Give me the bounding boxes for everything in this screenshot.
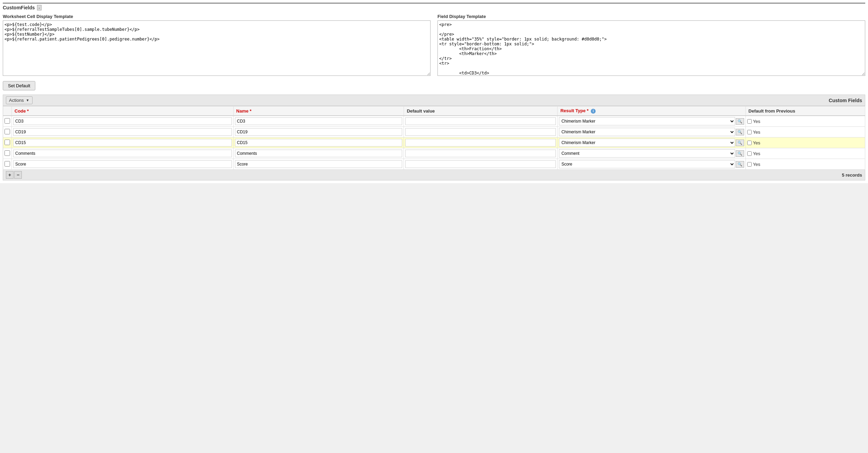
result-type-select[interactable]: Chimerism MarkerCommentScore: [559, 128, 735, 136]
col-header-default-from-previous: Default from Previous: [745, 106, 865, 116]
yes-label: Yes: [753, 162, 760, 167]
default-from-previous-wrapper: Yes: [747, 151, 864, 156]
result-type-cell: Chimerism MarkerCommentScore🔍: [558, 148, 745, 159]
table-row: Chimerism MarkerCommentScore🔍Yes: [3, 148, 865, 159]
default-value-input[interactable]: [405, 139, 556, 146]
default-value-cell: [404, 116, 558, 127]
table-header: Code * Name * Default value Result Type …: [3, 106, 865, 116]
row-select-checkbox[interactable]: [4, 118, 10, 124]
result-type-select-wrapper: Chimerism MarkerCommentScore🔍: [559, 160, 744, 168]
result-type-cell: Chimerism MarkerCommentScore🔍: [558, 159, 745, 170]
default-from-previous-checkbox[interactable]: [747, 130, 752, 134]
row-select-checkbox[interactable]: [4, 150, 10, 156]
result-type-cell: Chimerism MarkerCommentScore🔍: [558, 137, 745, 148]
name-input[interactable]: [235, 150, 403, 157]
worksheet-template-label: Worksheet Cell Display Template: [3, 14, 431, 19]
table-row: Chimerism MarkerCommentScore🔍Yes: [3, 127, 865, 137]
code-input[interactable]: [13, 160, 232, 168]
section-title: CustomFields: [3, 5, 35, 10]
yes-label: Yes: [753, 119, 760, 124]
name-cell: [233, 137, 404, 148]
worksheet-template-textarea[interactable]: <p>${test.code}</p> <p>${referralTestSam…: [3, 20, 431, 76]
code-cell: [12, 127, 234, 137]
row-checkbox-cell: [3, 159, 12, 170]
field-template-label: Field Display Template: [437, 14, 865, 19]
default-value-input[interactable]: [405, 160, 556, 168]
yes-label: Yes: [753, 130, 760, 135]
name-input[interactable]: [235, 117, 403, 125]
result-type-select[interactable]: Chimerism MarkerCommentScore: [559, 139, 735, 147]
default-value-input[interactable]: [405, 150, 556, 157]
result-type-search-button[interactable]: 🔍: [736, 150, 744, 157]
set-default-button[interactable]: Set Default: [3, 81, 35, 90]
default-from-previous-checkbox[interactable]: [747, 162, 752, 167]
name-input[interactable]: [235, 128, 403, 136]
col-header-result-type: Result Type * i: [558, 106, 745, 116]
result-type-select[interactable]: Chimerism MarkerCommentScore: [559, 149, 735, 158]
name-input[interactable]: [235, 160, 403, 168]
yes-label: Yes: [753, 140, 760, 145]
custom-fields-label: Custom Fields: [829, 98, 862, 103]
result-type-select[interactable]: Chimerism MarkerCommentScore: [559, 160, 735, 168]
result-type-info-icon[interactable]: i: [591, 109, 596, 114]
result-type-select-wrapper: Chimerism MarkerCommentScore🔍: [559, 117, 744, 125]
default-value-cell: [404, 159, 558, 170]
result-type-cell: Chimerism MarkerCommentScore🔍: [558, 116, 745, 127]
name-input[interactable]: [235, 139, 403, 146]
row-checkbox-cell: [3, 137, 12, 148]
table-body: Chimerism MarkerCommentScore🔍YesChimeris…: [3, 116, 865, 170]
code-input[interactable]: [13, 128, 232, 136]
footer-bar: + − 5 records: [3, 170, 865, 180]
actions-label: Actions: [9, 98, 24, 103]
table-row: Chimerism MarkerCommentScore🔍Yes: [3, 137, 865, 148]
code-input[interactable]: [13, 139, 232, 146]
page-wrapper: CustomFields - Worksheet Cell Display Te…: [0, 0, 868, 183]
name-cell: [233, 148, 404, 159]
code-input[interactable]: [13, 117, 232, 125]
default-from-previous-wrapper: Yes: [747, 119, 864, 124]
section-header: CustomFields -: [3, 3, 865, 10]
result-type-select[interactable]: Chimerism MarkerCommentScore: [559, 117, 735, 125]
code-input[interactable]: [13, 150, 232, 157]
row-checkbox-cell: [3, 116, 12, 127]
col-header-code: Code *: [12, 106, 234, 116]
default-from-previous-wrapper: Yes: [747, 130, 864, 135]
remove-row-button[interactable]: −: [14, 171, 22, 179]
table-row: Chimerism MarkerCommentScore🔍Yes: [3, 159, 865, 170]
table-row: Chimerism MarkerCommentScore🔍Yes: [3, 116, 865, 127]
result-type-search-button[interactable]: 🔍: [736, 140, 744, 146]
default-value-input[interactable]: [405, 117, 556, 125]
row-select-checkbox[interactable]: [4, 129, 10, 134]
default-from-previous-checkbox[interactable]: [747, 151, 752, 156]
default-from-previous-cell: Yes: [745, 137, 865, 148]
default-from-previous-cell: Yes: [745, 148, 865, 159]
field-template-block: Field Display Template <pre> </pre> <tab…: [437, 14, 865, 77]
row-select-checkbox[interactable]: [4, 161, 10, 167]
name-cell: [233, 127, 404, 137]
default-value-cell: [404, 148, 558, 159]
code-cell: [12, 116, 234, 127]
default-value-input[interactable]: [405, 128, 556, 136]
add-row-button[interactable]: +: [6, 171, 13, 179]
yes-label: Yes: [753, 151, 760, 156]
collapse-button[interactable]: -: [37, 5, 42, 10]
result-type-select-wrapper: Chimerism MarkerCommentScore🔍: [559, 149, 744, 158]
result-type-search-button[interactable]: 🔍: [736, 118, 744, 125]
row-select-checkbox[interactable]: [4, 140, 10, 145]
col-header-default: Default value: [404, 106, 558, 116]
result-type-cell: Chimerism MarkerCommentScore🔍: [558, 127, 745, 137]
default-from-previous-checkbox[interactable]: [747, 119, 752, 124]
actions-dropdown[interactable]: Actions ▼: [6, 96, 33, 104]
default-from-previous-wrapper: Yes: [747, 162, 864, 167]
actions-bar: Actions ▼ Custom Fields: [3, 95, 865, 106]
worksheet-template-block: Worksheet Cell Display Template <p>${tes…: [3, 14, 431, 77]
result-type-search-button[interactable]: 🔍: [736, 129, 744, 135]
field-template-textarea[interactable]: <pre> </pre> <table width="35%" style="b…: [437, 20, 865, 76]
records-count: 5 records: [842, 172, 862, 178]
default-value-cell: [404, 127, 558, 137]
default-from-previous-cell: Yes: [745, 127, 865, 137]
add-remove-buttons: + −: [6, 171, 22, 179]
default-from-previous-checkbox[interactable]: [747, 141, 752, 145]
result-type-search-button[interactable]: 🔍: [736, 161, 744, 168]
code-cell: [12, 137, 234, 148]
